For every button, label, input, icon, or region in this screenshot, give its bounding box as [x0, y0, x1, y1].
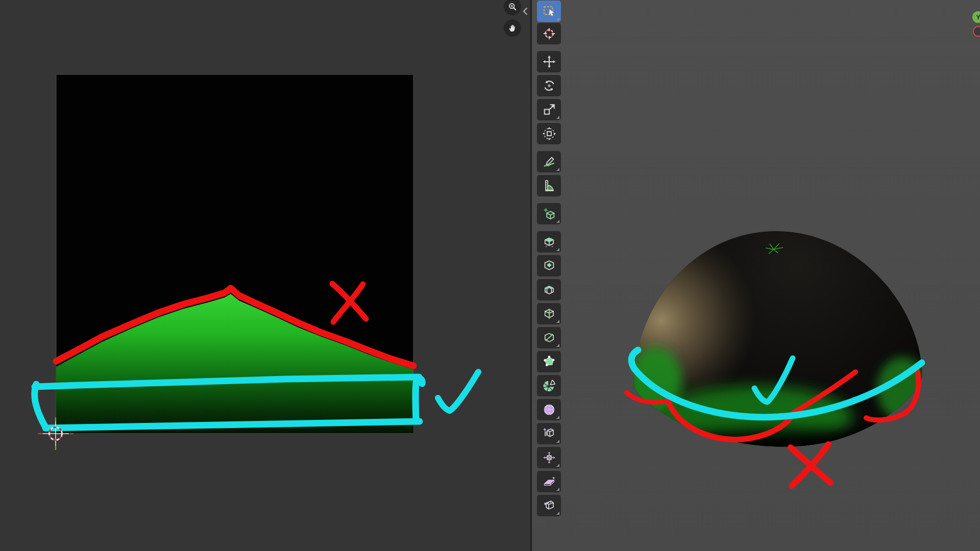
- extrude-icon: [542, 235, 556, 249]
- tool-transform-button[interactable]: [537, 123, 561, 144]
- move-icon: [542, 55, 556, 69]
- measure-icon: [542, 179, 556, 193]
- add-cube-icon: [542, 207, 556, 221]
- tool-loop-cut-button[interactable]: [537, 303, 561, 324]
- knife-icon: [542, 331, 556, 345]
- tool-inset-faces-button[interactable]: [537, 255, 561, 277]
- spin-icon: [542, 379, 556, 393]
- tool-measure-button[interactable]: [537, 175, 561, 196]
- poly-build-icon: [542, 355, 556, 369]
- tool-shear-button[interactable]: [537, 471, 561, 492]
- tool-spin-button[interactable]: [537, 375, 561, 396]
- chevron-left-icon[interactable]: [522, 6, 529, 16]
- tool-select-box-button[interactable]: [537, 1, 561, 22]
- transform-icon: [542, 127, 556, 141]
- loop-cut-icon: [542, 307, 556, 321]
- viewport-3d-panel[interactable]: [532, 0, 980, 551]
- tool-bevel-button[interactable]: [537, 279, 561, 300]
- cursor-icon: [542, 27, 556, 41]
- edge-slide-icon: [542, 427, 556, 441]
- smooth-icon: [542, 403, 556, 417]
- scale-icon: [542, 103, 556, 117]
- gizmo-y-label: Y: [976, 13, 980, 21]
- tool-smooth-button[interactable]: [537, 399, 561, 420]
- select-box-icon: [542, 4, 556, 18]
- tool-move-button[interactable]: [537, 51, 561, 72]
- tool-scale-button[interactable]: [537, 99, 561, 120]
- tool-rip-region-button[interactable]: [537, 495, 561, 516]
- annotate-icon: [542, 155, 556, 169]
- tool-cursor-button[interactable]: [537, 23, 561, 44]
- tool-poly-build-button[interactable]: [537, 351, 561, 372]
- rotate-icon: [542, 79, 556, 93]
- tool-edge-slide-button[interactable]: [537, 423, 561, 444]
- zoom-in-icon: [507, 2, 518, 12]
- bevel-icon: [542, 283, 556, 297]
- tool-shelf: [537, 0, 561, 551]
- gizmo-x-axis[interactable]: [973, 26, 980, 37]
- shear-icon: [542, 474, 556, 489]
- inset-icon: [542, 259, 556, 273]
- tool-annotate-button[interactable]: [537, 151, 561, 172]
- tool-shrink-fatten-button[interactable]: [537, 447, 561, 468]
- shrink-fatten-icon: [542, 450, 556, 465]
- application-window: Y: [0, 0, 980, 551]
- tool-rotate-button[interactable]: [537, 75, 561, 96]
- rip-region-icon: [542, 498, 556, 513]
- pan-hand-icon: [507, 23, 518, 33]
- tool-extrude-region-button[interactable]: [537, 231, 561, 253]
- image-editor-panel[interactable]: [0, 0, 530, 551]
- tool-knife-button[interactable]: [537, 327, 561, 348]
- tool-add-cube-button[interactable]: [537, 203, 561, 224]
- pan-tool-button[interactable]: [504, 19, 521, 37]
